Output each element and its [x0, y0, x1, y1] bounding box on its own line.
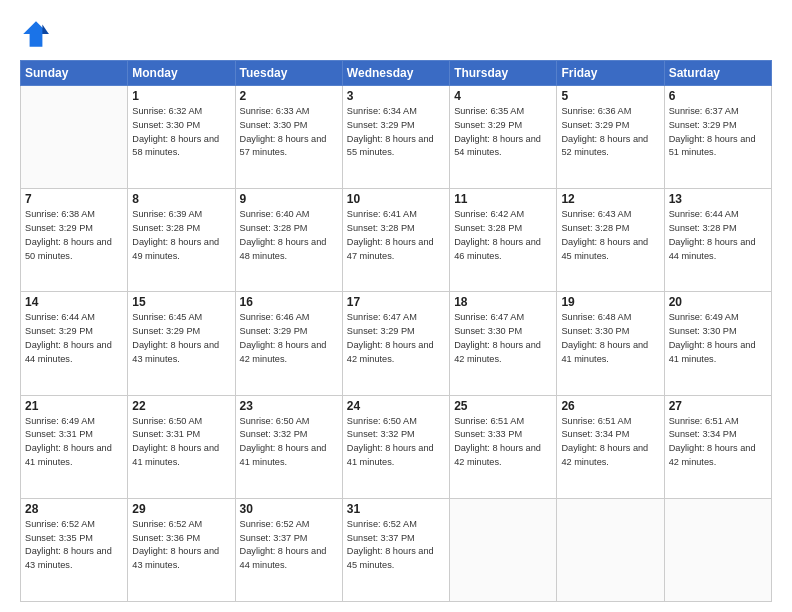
day-number: 31: [347, 502, 445, 516]
day-info: Sunrise: 6:50 AMSunset: 3:32 PMDaylight:…: [347, 415, 445, 470]
week-row-3: 14Sunrise: 6:44 AMSunset: 3:29 PMDayligh…: [21, 292, 772, 395]
day-info: Sunrise: 6:44 AMSunset: 3:28 PMDaylight:…: [669, 208, 767, 263]
calendar-header-wednesday: Wednesday: [342, 61, 449, 86]
calendar-cell: 2Sunrise: 6:33 AMSunset: 3:30 PMDaylight…: [235, 86, 342, 189]
day-number: 16: [240, 295, 338, 309]
calendar-cell: 24Sunrise: 6:50 AMSunset: 3:32 PMDayligh…: [342, 395, 449, 498]
day-info: Sunrise: 6:52 AMSunset: 3:35 PMDaylight:…: [25, 518, 123, 573]
calendar-cell: 21Sunrise: 6:49 AMSunset: 3:31 PMDayligh…: [21, 395, 128, 498]
day-number: 23: [240, 399, 338, 413]
day-number: 2: [240, 89, 338, 103]
day-number: 14: [25, 295, 123, 309]
day-info: Sunrise: 6:49 AMSunset: 3:30 PMDaylight:…: [669, 311, 767, 366]
day-number: 29: [132, 502, 230, 516]
calendar-header-sunday: Sunday: [21, 61, 128, 86]
day-number: 19: [561, 295, 659, 309]
day-number: 9: [240, 192, 338, 206]
day-number: 10: [347, 192, 445, 206]
day-info: Sunrise: 6:32 AMSunset: 3:30 PMDaylight:…: [132, 105, 230, 160]
calendar-cell: 4Sunrise: 6:35 AMSunset: 3:29 PMDaylight…: [450, 86, 557, 189]
day-number: 30: [240, 502, 338, 516]
calendar-cell: [664, 498, 771, 601]
day-number: 6: [669, 89, 767, 103]
calendar-cell: 19Sunrise: 6:48 AMSunset: 3:30 PMDayligh…: [557, 292, 664, 395]
day-number: 24: [347, 399, 445, 413]
week-row-5: 28Sunrise: 6:52 AMSunset: 3:35 PMDayligh…: [21, 498, 772, 601]
calendar-cell: 12Sunrise: 6:43 AMSunset: 3:28 PMDayligh…: [557, 189, 664, 292]
calendar-cell: 28Sunrise: 6:52 AMSunset: 3:35 PMDayligh…: [21, 498, 128, 601]
day-info: Sunrise: 6:49 AMSunset: 3:31 PMDaylight:…: [25, 415, 123, 470]
calendar-cell: 6Sunrise: 6:37 AMSunset: 3:29 PMDaylight…: [664, 86, 771, 189]
day-info: Sunrise: 6:36 AMSunset: 3:29 PMDaylight:…: [561, 105, 659, 160]
day-number: 27: [669, 399, 767, 413]
day-info: Sunrise: 6:46 AMSunset: 3:29 PMDaylight:…: [240, 311, 338, 366]
calendar-cell: 23Sunrise: 6:50 AMSunset: 3:32 PMDayligh…: [235, 395, 342, 498]
day-info: Sunrise: 6:48 AMSunset: 3:30 PMDaylight:…: [561, 311, 659, 366]
day-number: 4: [454, 89, 552, 103]
calendar-header-friday: Friday: [557, 61, 664, 86]
day-info: Sunrise: 6:51 AMSunset: 3:33 PMDaylight:…: [454, 415, 552, 470]
calendar-header-thursday: Thursday: [450, 61, 557, 86]
calendar-header-saturday: Saturday: [664, 61, 771, 86]
calendar-cell: 7Sunrise: 6:38 AMSunset: 3:29 PMDaylight…: [21, 189, 128, 292]
calendar-table: SundayMondayTuesdayWednesdayThursdayFrid…: [20, 60, 772, 602]
week-row-2: 7Sunrise: 6:38 AMSunset: 3:29 PMDaylight…: [21, 189, 772, 292]
day-number: 8: [132, 192, 230, 206]
day-number: 20: [669, 295, 767, 309]
day-info: Sunrise: 6:45 AMSunset: 3:29 PMDaylight:…: [132, 311, 230, 366]
calendar-cell: [557, 498, 664, 601]
day-info: Sunrise: 6:41 AMSunset: 3:28 PMDaylight:…: [347, 208, 445, 263]
calendar-cell: 31Sunrise: 6:52 AMSunset: 3:37 PMDayligh…: [342, 498, 449, 601]
svg-marker-1: [42, 24, 48, 34]
calendar-cell: 26Sunrise: 6:51 AMSunset: 3:34 PMDayligh…: [557, 395, 664, 498]
day-number: 13: [669, 192, 767, 206]
day-number: 5: [561, 89, 659, 103]
calendar-cell: 22Sunrise: 6:50 AMSunset: 3:31 PMDayligh…: [128, 395, 235, 498]
day-number: 26: [561, 399, 659, 413]
day-number: 12: [561, 192, 659, 206]
calendar-cell: 30Sunrise: 6:52 AMSunset: 3:37 PMDayligh…: [235, 498, 342, 601]
day-info: Sunrise: 6:43 AMSunset: 3:28 PMDaylight:…: [561, 208, 659, 263]
calendar-cell: 25Sunrise: 6:51 AMSunset: 3:33 PMDayligh…: [450, 395, 557, 498]
calendar-cell: 15Sunrise: 6:45 AMSunset: 3:29 PMDayligh…: [128, 292, 235, 395]
header: [20, 18, 772, 50]
day-number: 1: [132, 89, 230, 103]
day-info: Sunrise: 6:47 AMSunset: 3:29 PMDaylight:…: [347, 311, 445, 366]
day-number: 7: [25, 192, 123, 206]
calendar-cell: 27Sunrise: 6:51 AMSunset: 3:34 PMDayligh…: [664, 395, 771, 498]
calendar-header-row: SundayMondayTuesdayWednesdayThursdayFrid…: [21, 61, 772, 86]
calendar-cell: 17Sunrise: 6:47 AMSunset: 3:29 PMDayligh…: [342, 292, 449, 395]
day-info: Sunrise: 6:38 AMSunset: 3:29 PMDaylight:…: [25, 208, 123, 263]
logo-icon: [20, 18, 52, 50]
day-number: 25: [454, 399, 552, 413]
calendar-cell: 20Sunrise: 6:49 AMSunset: 3:30 PMDayligh…: [664, 292, 771, 395]
day-info: Sunrise: 6:42 AMSunset: 3:28 PMDaylight:…: [454, 208, 552, 263]
calendar-cell: 1Sunrise: 6:32 AMSunset: 3:30 PMDaylight…: [128, 86, 235, 189]
day-info: Sunrise: 6:33 AMSunset: 3:30 PMDaylight:…: [240, 105, 338, 160]
day-number: 22: [132, 399, 230, 413]
day-info: Sunrise: 6:52 AMSunset: 3:37 PMDaylight:…: [240, 518, 338, 573]
day-info: Sunrise: 6:50 AMSunset: 3:31 PMDaylight:…: [132, 415, 230, 470]
day-number: 15: [132, 295, 230, 309]
calendar-cell: 16Sunrise: 6:46 AMSunset: 3:29 PMDayligh…: [235, 292, 342, 395]
day-info: Sunrise: 6:51 AMSunset: 3:34 PMDaylight:…: [561, 415, 659, 470]
logo: [20, 18, 56, 50]
calendar-cell: 13Sunrise: 6:44 AMSunset: 3:28 PMDayligh…: [664, 189, 771, 292]
day-number: 11: [454, 192, 552, 206]
day-info: Sunrise: 6:51 AMSunset: 3:34 PMDaylight:…: [669, 415, 767, 470]
day-info: Sunrise: 6:44 AMSunset: 3:29 PMDaylight:…: [25, 311, 123, 366]
day-info: Sunrise: 6:39 AMSunset: 3:28 PMDaylight:…: [132, 208, 230, 263]
day-info: Sunrise: 6:47 AMSunset: 3:30 PMDaylight:…: [454, 311, 552, 366]
page: SundayMondayTuesdayWednesdayThursdayFrid…: [0, 0, 792, 612]
week-row-4: 21Sunrise: 6:49 AMSunset: 3:31 PMDayligh…: [21, 395, 772, 498]
calendar-cell: 29Sunrise: 6:52 AMSunset: 3:36 PMDayligh…: [128, 498, 235, 601]
day-number: 21: [25, 399, 123, 413]
calendar-cell: 14Sunrise: 6:44 AMSunset: 3:29 PMDayligh…: [21, 292, 128, 395]
day-info: Sunrise: 6:52 AMSunset: 3:36 PMDaylight:…: [132, 518, 230, 573]
day-info: Sunrise: 6:40 AMSunset: 3:28 PMDaylight:…: [240, 208, 338, 263]
calendar-header-tuesday: Tuesday: [235, 61, 342, 86]
week-row-1: 1Sunrise: 6:32 AMSunset: 3:30 PMDaylight…: [21, 86, 772, 189]
calendar-cell: 8Sunrise: 6:39 AMSunset: 3:28 PMDaylight…: [128, 189, 235, 292]
day-number: 28: [25, 502, 123, 516]
calendar-cell: 18Sunrise: 6:47 AMSunset: 3:30 PMDayligh…: [450, 292, 557, 395]
